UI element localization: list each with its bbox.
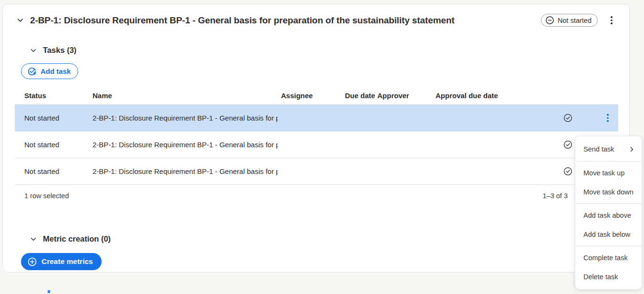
page-title: 2-BP-1: Disclosure Requirement BP-1 - Ge… (30, 15, 455, 26)
menu-item-send-task[interactable]: Send task (575, 139, 642, 159)
menu-item-label: Move task down (583, 188, 634, 196)
menu-item-label: Move task up (583, 169, 624, 177)
menu-item-move-task-down[interactable]: Move task down (575, 182, 642, 202)
row-status: Not started (24, 141, 93, 149)
menu-item-complete-task[interactable]: Complete task (575, 248, 642, 267)
complete-task-check-circle-icon[interactable] (563, 140, 573, 150)
table-footer: 1 row selected 1–3 of 3 (15, 185, 618, 207)
row-kebab-menu-icon[interactable] (602, 112, 614, 124)
disclosure-requirement-card: 2-BP-1: Disclosure Requirement BP-1 - Ge… (2, 4, 630, 273)
menu-item-label: Add task below (583, 231, 630, 238)
row-name: 2-BP-1: Disclosure Requirement BP-1 - Ge… (93, 167, 278, 175)
complete-task-check-circle-icon[interactable] (563, 166, 573, 176)
column-header-assignee: Assignee (281, 91, 345, 100)
task-context-menu: Send task Move task up Move task down Ad… (575, 136, 642, 290)
text-cursor-artifact (48, 290, 50, 293)
menu-item-label: Complete task (583, 254, 628, 262)
status-badge-label: Not started (558, 17, 592, 24)
add-task-button[interactable]: Add task (21, 63, 78, 79)
collapse-section-chevron-down-icon[interactable] (16, 16, 24, 25)
table-row[interactable]: Not started 2-BP-1: Disclosure Requireme… (15, 105, 618, 132)
column-header-status: Status (24, 91, 93, 100)
tasks-chevron-down-icon[interactable] (29, 46, 38, 55)
column-header-name: Name (93, 91, 281, 100)
pagination-text: 1–3 of 3 (543, 192, 568, 200)
menu-item-add-task-below[interactable]: Add task below (575, 225, 642, 244)
menu-item-add-task-above[interactable]: Add task above (575, 206, 642, 225)
metric-creation-section-title: Metric creation (0) (43, 234, 111, 243)
create-metrics-button[interactable]: Create metrics (21, 253, 102, 270)
header-kebab-menu-icon[interactable] (605, 14, 618, 27)
table-header-row: Status Name Assignee Due date Approver A… (15, 87, 618, 105)
metric-creation-chevron-down-icon[interactable] (29, 235, 38, 243)
selection-count-text: 1 row selected (15, 192, 69, 200)
tasks-section-title: Tasks (3) (43, 46, 76, 55)
plus-circle-icon (27, 257, 37, 267)
column-header-approval-due-date: Approval due date (436, 91, 520, 100)
context-menu-group: Add task above Add task below (575, 203, 642, 246)
complete-task-check-circle-icon[interactable] (563, 113, 573, 123)
menu-item-label: Send task (583, 145, 614, 153)
menu-item-label: Add task above (583, 212, 631, 219)
context-menu-group: Complete task Delete task (575, 246, 642, 288)
task-add-check-circle-plus-icon (27, 67, 37, 76)
table-row[interactable]: Not started 2-BP-1: Disclosure Requireme… (15, 132, 618, 158)
row-status: Not started (24, 167, 93, 175)
column-header-approver: Approver (377, 91, 436, 100)
tasks-table: Status Name Assignee Due date Approver A… (15, 87, 618, 207)
menu-item-delete-task[interactable]: Delete task (575, 267, 642, 286)
row-name: 2-BP-1: Disclosure Requirement BP-1 - Ge… (93, 141, 278, 149)
add-task-button-label: Add task (41, 67, 71, 75)
menu-item-move-task-up[interactable]: Move task up (575, 163, 642, 182)
not-started-circled-minus-icon (545, 16, 554, 25)
tasks-section-header: Tasks (3) (29, 46, 629, 55)
context-menu-group: Send task (575, 137, 642, 161)
card-header: 2-BP-1: Disclosure Requirement BP-1 - Ge… (16, 14, 618, 27)
row-name: 2-BP-1: Disclosure Requirement BP-1 - Ge… (93, 114, 278, 122)
context-menu-group: Move task up Move task down (575, 161, 642, 203)
table-row[interactable]: Not started 2-BP-1: Disclosure Requireme… (15, 158, 618, 185)
menu-item-label: Delete task (583, 273, 618, 281)
metric-creation-section-header: Metric creation (0) (29, 234, 629, 243)
column-header-due-date: Due date (345, 91, 377, 100)
row-status: Not started (24, 114, 93, 122)
submenu-chevron-right-icon (629, 146, 635, 152)
create-metrics-button-label: Create metrics (42, 257, 93, 266)
status-badge: Not started (541, 14, 598, 27)
